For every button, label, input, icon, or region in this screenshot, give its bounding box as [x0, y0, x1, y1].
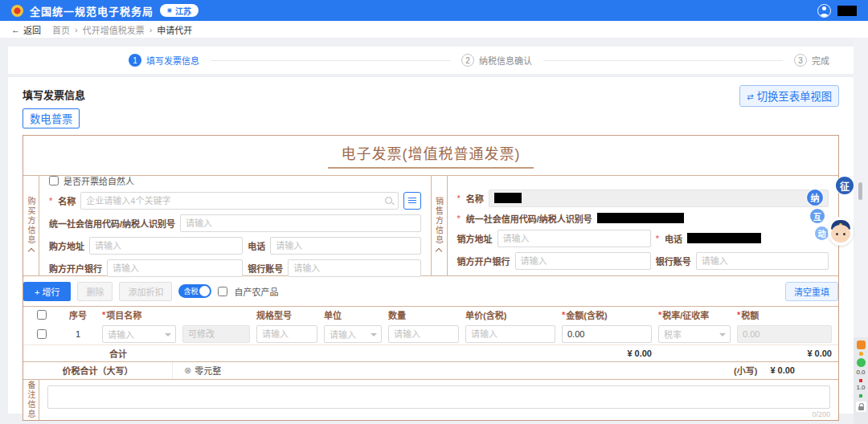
breadcrumb-home[interactable]: 首页	[52, 23, 70, 36]
step-label: 完成	[812, 54, 829, 67]
mascot-char: 动	[815, 226, 829, 240]
step-label: 填写发票信息	[146, 54, 199, 67]
search-icon	[385, 197, 392, 204]
invoice-type-button[interactable]: 数电普票	[23, 108, 80, 128]
buyer-taxid-label: 统一社会信用代码/纳税人识别号	[49, 217, 175, 230]
natural-person-checkbox[interactable]	[49, 176, 59, 186]
back-button[interactable]: ← 返回	[11, 23, 41, 36]
buyer-name-input[interactable]	[80, 192, 398, 210]
agri-product-label: 自产农产品	[234, 285, 278, 298]
tax-emblem-logo	[11, 5, 23, 17]
breadcrumb-section[interactable]: 代开增值税发票	[83, 23, 145, 36]
unit-select[interactable]: 请输入	[324, 325, 382, 343]
scrollbar-thumb[interactable]	[858, 182, 862, 200]
step-indicator: 1 填写发票信息 2 纳税信息确认 3 完成	[8, 47, 854, 74]
buyer-phone-label: 电话	[248, 239, 265, 252]
grand-total-label: 价税合计（大写）	[23, 362, 173, 379]
back-arrow-icon: ←	[11, 25, 20, 35]
step-connector	[543, 60, 783, 61]
seller-address-input[interactable]	[497, 230, 651, 247]
page-title: 填写发票信息	[23, 87, 839, 102]
grand-total-row: 价税合计（大写） ⊗ 零元整 (小写) ¥ 0.00	[23, 361, 838, 380]
clear-refill-button[interactable]: 清空重填	[785, 282, 838, 301]
seller-phone-redacted	[687, 233, 761, 243]
step-label: 纳税信息确认	[479, 54, 532, 67]
buyer-taxid-input[interactable]	[180, 214, 420, 232]
buyer-address-label: 购方地址	[49, 239, 84, 252]
buyer-bank-input[interactable]	[107, 259, 243, 277]
row-checkbox[interactable]	[37, 329, 47, 339]
row-index: 1	[60, 329, 96, 339]
lock-icon[interactable]	[856, 402, 866, 412]
col-tax-rate: * 税率/征收率	[658, 308, 731, 321]
agri-product-checkbox[interactable]	[218, 287, 227, 296]
seller-name-value	[489, 190, 829, 207]
extension-dot-icon	[859, 352, 863, 356]
step-connector	[211, 60, 450, 61]
assistant-mascot[interactable]: 征 纳 互 动	[805, 177, 855, 247]
switch-view-button[interactable]: 切换至表单视图	[739, 85, 839, 107]
invoice-title-underline	[328, 167, 534, 169]
extension-green-icon[interactable]	[857, 358, 866, 367]
qty-input[interactable]	[388, 325, 459, 343]
remark-textarea[interactable]	[47, 385, 830, 409]
breadcrumb-bar: ← 返回 首页 › 代开增值税发票 › 申请代开	[0, 21, 868, 38]
item-name-select[interactable]: 请输入	[102, 325, 176, 343]
add-discount-button[interactable]: 添加折扣	[119, 282, 172, 301]
page-content: 1 填写发票信息 2 纳税信息确认 3 完成 填写发票信息 数电普票 切换至表单…	[0, 38, 854, 424]
seller-name-redacted	[494, 193, 522, 203]
char-counter: 0/200	[812, 410, 830, 418]
company-list-button[interactable]	[403, 192, 421, 210]
col-unit: 单位	[324, 308, 382, 321]
buyer-account-input[interactable]	[288, 259, 420, 277]
col-qty: 数量	[388, 308, 459, 321]
widget-bottom-value: 1.0	[856, 385, 865, 392]
step-complete: 3 完成	[794, 54, 829, 67]
seller-address-label: 销方地址	[457, 232, 493, 245]
zero-amount-icon: ⊗	[184, 365, 191, 376]
app-header: 全国统一规范电子税务局 江苏	[0, 0, 868, 21]
add-row-button[interactable]: + 增行	[23, 282, 71, 301]
items-table-header: 序号 * 项目名称 规格型号 单位 数量 单价(含税) * 金额(含税) * 税…	[23, 306, 838, 324]
breadcrumb-current: 申请代开	[157, 23, 192, 36]
natural-person-label: 是否开票给自然人	[63, 174, 134, 187]
buyer-address-input[interactable]	[89, 237, 243, 255]
extension-icon[interactable]	[857, 340, 866, 349]
select-all-checkbox[interactable]	[37, 310, 47, 320]
mascot-char: 互	[810, 209, 825, 223]
spec-input[interactable]	[256, 325, 317, 343]
buyer-phone-input[interactable]	[270, 237, 420, 255]
step-number: 3	[794, 54, 807, 67]
seller-bank-input[interactable]	[515, 252, 651, 270]
list-icon	[408, 198, 416, 204]
right-rail: 0.0 1.0	[854, 38, 868, 424]
step-fill-invoice: 1 填写发票信息	[129, 54, 199, 67]
amount-input[interactable]	[562, 325, 652, 343]
collapse-icon[interactable]	[436, 248, 442, 255]
seller-account-label: 银行账号	[656, 255, 691, 267]
party-section: 购买方信息 是否开票给自然人 * 名称	[23, 175, 838, 276]
tax-rate-select[interactable]: 税率	[658, 325, 731, 343]
sum-label: 合计	[60, 347, 176, 360]
step-confirm-tax-info: 2 纳税信息确认	[461, 54, 532, 67]
unit-price-input[interactable]	[465, 325, 555, 343]
seller-account-input[interactable]	[696, 252, 829, 270]
invoice-title: 电子发票(增值税普通发票)	[23, 142, 838, 163]
user-avatar-icon[interactable]	[817, 4, 831, 18]
green-marker-icon	[859, 394, 862, 398]
region-badge[interactable]: 江苏	[160, 4, 199, 17]
swap-view-icon	[747, 90, 753, 102]
buyer-panel-label: 购买方信息	[23, 176, 39, 275]
col-tax-amount: * 税额	[737, 308, 832, 321]
seller-bank-label: 销方开户银行	[457, 255, 510, 267]
seller-name-label: 名称	[466, 192, 484, 205]
tax-included-toggle[interactable]: 含税	[178, 284, 211, 298]
col-amount: * 金额(含税)	[562, 308, 652, 321]
invoice-preview: 电子发票(增值税普通发票) 购买方信息 是否开票给自然人 * 名称	[23, 135, 839, 421]
location-pin-icon	[167, 8, 172, 13]
back-label: 返回	[23, 23, 41, 36]
remark-section: 备注信息 0/200	[23, 380, 838, 420]
extension-panel: 0.0 1.0	[854, 337, 868, 424]
delete-row-button[interactable]: 删除	[77, 282, 113, 301]
collapse-icon[interactable]	[27, 248, 34, 255]
